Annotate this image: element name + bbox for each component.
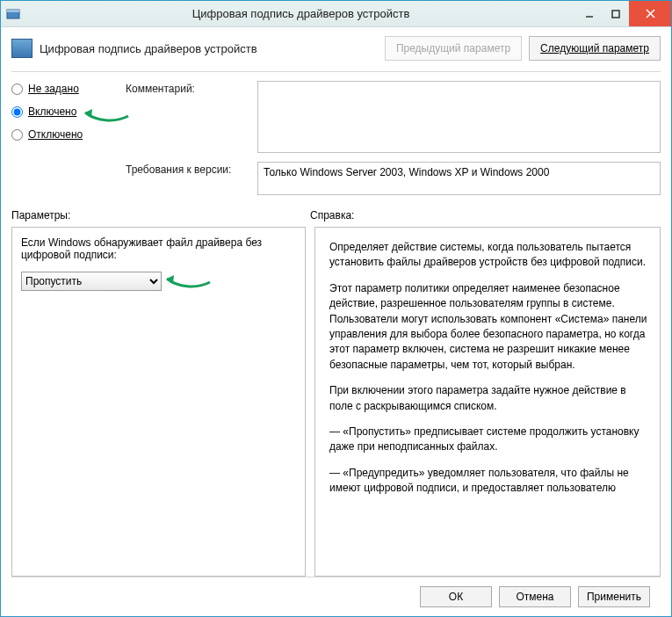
separator: [11, 71, 661, 72]
radio-enabled-input[interactable]: [11, 106, 23, 118]
cancel-button[interactable]: Отмена: [499, 586, 571, 607]
svg-rect-1: [7, 10, 19, 12]
radio-not-configured[interactable]: Не задано: [11, 83, 126, 95]
help-paragraph: — «Предупредить» уведомляет пользователя…: [329, 466, 649, 497]
maximize-button[interactable]: [603, 1, 629, 26]
annotation-arrow-2: [162, 270, 214, 291]
help-paragraph: Этот параметр политики определяет наимен…: [329, 281, 649, 373]
close-button[interactable]: [629, 1, 671, 26]
help-section-label: Справка:: [310, 209, 661, 221]
help-panel[interactable]: Определяет действие системы, когда польз…: [314, 227, 661, 577]
help-paragraph: При включении этого параметра задайте ну…: [329, 383, 649, 414]
content-area: Цифровая подпись драйверов устройств Пре…: [1, 27, 671, 616]
window-icon: [6, 7, 20, 21]
window-controls: [576, 1, 671, 26]
help-text: Определяет действие системы, когда польз…: [324, 236, 658, 510]
params-section-label: Параметры:: [11, 209, 310, 221]
radio-not-configured-input[interactable]: [11, 83, 23, 95]
apply-button[interactable]: Применить: [578, 586, 650, 607]
settings-top-grid: Не задано Включено Отключено Комментарий…: [11, 81, 661, 195]
radio-disabled[interactable]: Отключено: [11, 128, 126, 141]
svg-marker-7: [167, 275, 174, 284]
button-bar: ОК Отмена Применить: [11, 577, 661, 616]
state-radio-group: Не задано Включено Отключено: [11, 81, 126, 141]
radio-not-configured-label: Не задано: [28, 83, 79, 95]
window-title: Цифровая подпись драйверов устройств: [25, 7, 576, 20]
version-requirements-box[interactable]: Только Windows Server 2003, Windows XP и…: [257, 162, 661, 195]
radio-disabled-input[interactable]: [11, 129, 23, 141]
help-paragraph: Определяет действие системы, когда польз…: [329, 240, 649, 271]
next-setting-button[interactable]: Следующий параметр: [529, 36, 661, 61]
comment-label: Комментарий:: [126, 81, 257, 95]
version-label: Требования к версии:: [126, 162, 257, 176]
param-prompt: Если Windows обнаруживает файл драйвера …: [21, 236, 296, 261]
radio-disabled-label: Отключено: [28, 128, 83, 141]
titlebar: Цифровая подпись драйверов устройств: [1, 1, 671, 27]
comment-textarea[interactable]: [257, 81, 661, 153]
previous-setting-button: Предыдущий параметр: [385, 36, 522, 61]
action-dropdown[interactable]: Пропустить: [21, 272, 162, 291]
help-paragraph: — «Пропустить» предписывает системе прод…: [329, 425, 649, 455]
version-requirements-text: Только Windows Server 2003, Windows XP и…: [264, 166, 549, 178]
section-labels: Параметры: Справка:: [11, 209, 661, 221]
minimize-button[interactable]: [576, 1, 603, 26]
policy-icon: [11, 39, 33, 58]
page-title: Цифровая подпись драйверов устройств: [40, 42, 257, 55]
policy-editor-window: Цифровая подпись драйверов устройств Циф…: [0, 0, 672, 617]
ok-button[interactable]: ОК: [420, 586, 492, 607]
header-row: Цифровая подпись драйверов устройств Пре…: [11, 36, 661, 61]
radio-enabled-label: Включено: [28, 105, 76, 118]
lower-panels: Если Windows обнаруживает файл драйвера …: [11, 227, 661, 577]
parameters-panel: Если Windows обнаруживает файл драйвера …: [11, 227, 306, 577]
radio-enabled[interactable]: Включено: [11, 105, 126, 118]
svg-rect-3: [612, 11, 619, 18]
